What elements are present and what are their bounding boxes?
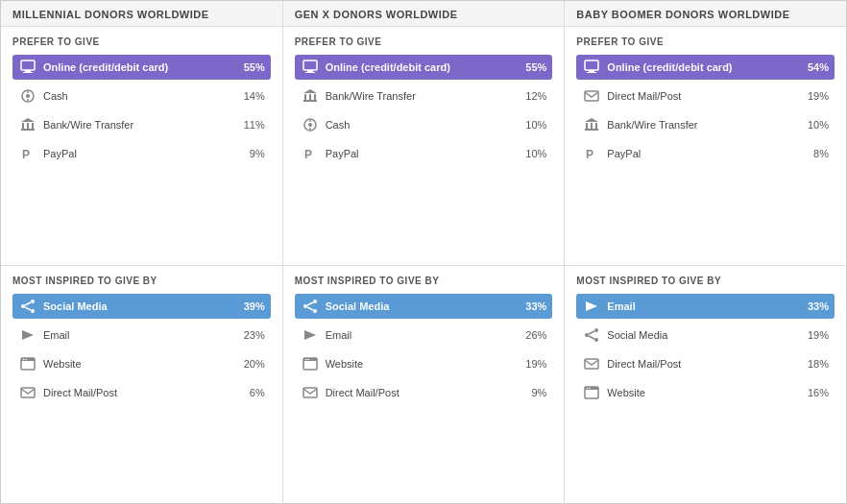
svg-text:P: P [304, 148, 312, 161]
row-percent: 9% [236, 148, 265, 159]
row-item: Direct Mail/Post9% [295, 380, 553, 405]
column-millennial: MILLENNIAL DONORS WORLDWIDEPREFER TO GIV… [1, 1, 283, 503]
row-label: PayPal [607, 148, 800, 159]
row-percent: 18% [800, 358, 829, 370]
svg-point-60 [594, 328, 598, 332]
row-item: Bank/Wire Transfer10% [576, 112, 835, 137]
svg-rect-23 [21, 388, 35, 397]
row-label: Direct Mail/Post [43, 387, 236, 398]
main-container: MILLENNIAL DONORS WORLDWIDEPREFER TO GIV… [0, 0, 847, 504]
svg-marker-18 [22, 330, 34, 340]
section-title-genx-0: PREFER TO GIVE [295, 36, 553, 47]
svg-point-22 [25, 358, 27, 360]
row-item: Social Media39% [12, 294, 271, 319]
mail-icon [582, 356, 601, 372]
row-item: PPayPal8% [576, 141, 835, 166]
row-percent: 16% [800, 387, 829, 398]
svg-point-21 [23, 358, 25, 360]
row-percent: 19% [800, 90, 829, 102]
svg-rect-1 [25, 70, 31, 72]
svg-text:P: P [22, 148, 30, 161]
section-genx-inspire: MOST INSPIRED TO GIVE BYSocial Media33%E… [283, 266, 565, 504]
row-label: Online (credit/debit card) [43, 61, 236, 73]
row-percent: 11% [236, 119, 265, 131]
row-item: Social Media33% [295, 294, 553, 319]
row-percent: 55% [236, 61, 265, 73]
row-percent: 19% [518, 358, 546, 370]
row-label: Direct Mail/Post [607, 90, 800, 102]
svg-rect-0 [21, 60, 35, 70]
svg-point-33 [308, 123, 312, 127]
paypal-icon: P [18, 146, 37, 161]
svg-text:P: P [586, 148, 593, 161]
row-label: Online (credit/debit card) [326, 61, 519, 73]
row-percent: 9% [518, 387, 546, 398]
svg-marker-27 [303, 89, 317, 93]
row-item: Bank/Wire Transfer12% [295, 84, 553, 108]
social-icon [582, 327, 601, 343]
section-title-millennial-0: PREFER TO GIVE [12, 36, 271, 47]
svg-rect-48 [585, 60, 598, 70]
website-icon [301, 356, 320, 372]
section-title-boomer-1: MOST INSPIRED TO GIVE BY [576, 276, 835, 286]
svg-point-45 [304, 358, 306, 360]
svg-point-38 [313, 300, 317, 303]
svg-point-61 [594, 338, 598, 342]
svg-line-40 [307, 302, 313, 305]
section-boomer-inspire: MOST INSPIRED TO GIVE BYEmail33%Social M… [565, 266, 846, 504]
row-item: Website19% [295, 351, 553, 376]
row-item: Email23% [12, 323, 271, 348]
column-genx: GEN X DONORS WORLDWIDEPREFER TO GIVEOnli… [283, 1, 566, 503]
section-title-genx-1: MOST INSPIRED TO GIVE BY [295, 276, 553, 286]
row-percent: 54% [800, 61, 829, 73]
bank-icon [18, 117, 37, 132]
monitor-icon [582, 60, 601, 75]
svg-rect-30 [314, 94, 316, 100]
row-label: Website [326, 358, 519, 370]
row-item: Bank/Wire Transfer11% [12, 112, 271, 137]
svg-point-37 [303, 304, 307, 308]
row-label: Social Media [607, 329, 800, 341]
row-percent: 33% [800, 300, 829, 312]
svg-point-59 [585, 333, 589, 337]
row-item: PPayPal10% [295, 141, 553, 166]
svg-rect-9 [27, 123, 29, 129]
row-percent: 10% [518, 119, 546, 131]
svg-rect-2 [23, 72, 33, 73]
svg-point-15 [31, 309, 35, 313]
row-item: Email33% [576, 294, 835, 319]
paypal-icon: P [582, 146, 601, 161]
svg-point-39 [313, 309, 317, 313]
svg-rect-49 [589, 70, 594, 72]
row-item: Website16% [576, 380, 835, 405]
row-item: Website20% [12, 351, 271, 376]
svg-rect-47 [303, 388, 317, 397]
row-label: Direct Mail/Post [326, 387, 519, 398]
mail-icon [582, 88, 601, 104]
row-label: PayPal [43, 148, 236, 159]
row-label: Email [326, 329, 519, 341]
svg-rect-11 [21, 129, 35, 131]
paypal-icon: P [301, 146, 320, 161]
svg-rect-55 [595, 123, 597, 129]
svg-marker-42 [304, 330, 316, 340]
svg-rect-50 [587, 72, 596, 73]
mail-icon [301, 385, 320, 400]
row-percent: 10% [800, 119, 829, 131]
row-label: Email [607, 300, 800, 312]
bank-icon [582, 117, 601, 132]
svg-marker-58 [586, 301, 597, 311]
section-genx-give: PREFER TO GIVEOnline (credit/debit card)… [283, 27, 565, 266]
row-percent: 10% [518, 148, 546, 159]
column-header-genx: GEN X DONORS WORLDWIDE [283, 1, 565, 27]
svg-line-17 [25, 307, 31, 310]
row-label: Website [607, 387, 800, 398]
row-percent: 33% [518, 300, 546, 312]
row-label: Social Media [43, 300, 236, 312]
row-item: Cash14% [12, 84, 271, 108]
section-title-millennial-1: MOST INSPIRED TO GIVE BY [12, 276, 271, 286]
svg-line-63 [589, 336, 594, 339]
row-item: PPayPal9% [12, 141, 271, 166]
svg-rect-53 [586, 123, 588, 129]
svg-rect-10 [32, 123, 34, 129]
